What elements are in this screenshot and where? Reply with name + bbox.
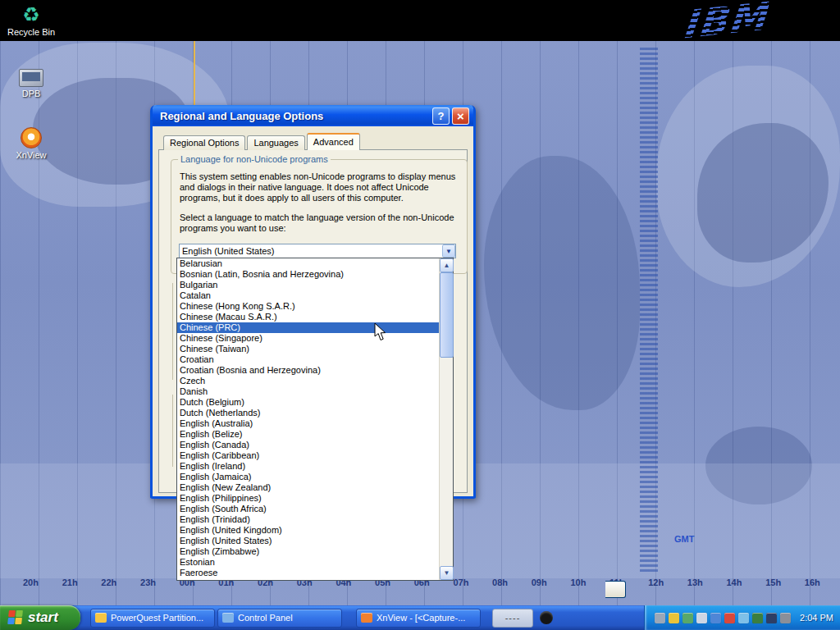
language-option[interactable]: Croatian (Bosnia and Herzegovina) [177,365,439,376]
usb-icon[interactable] [780,613,791,623]
dialog-title: Regional and Language Options [160,110,430,122]
recycle-bin-icon: ♻ [0,4,62,25]
map-region-decoration [705,427,812,504]
description-text: Select a language to match the language … [180,212,460,234]
help-button[interactable]: ? [432,107,450,125]
taskbar-button-label: XnView - [<Capture-... [377,613,465,623]
messenger-icon[interactable] [752,613,763,623]
language-option[interactable]: Chinese (Macau S.A.R.) [177,312,439,322]
chevron-down-icon[interactable]: ▼ [442,244,455,258]
timezone-label: 20h [23,578,39,587]
language-option[interactable]: English (Caribbean) [177,450,439,461]
desktop-icon-label: XnView [0,150,62,160]
antivirus-icon[interactable] [724,613,735,623]
map-region-decoration [484,156,640,410]
language-option[interactable]: Croatian [177,354,439,365]
language-option[interactable]: Dutch (Belgium) [177,397,439,408]
language-option[interactable]: Faeroese [177,568,439,578]
update-icon[interactable] [682,613,693,623]
map-region-decoration [697,123,829,262]
network-icon[interactable] [710,613,721,623]
remote-access-icon[interactable] [655,613,665,623]
map-region-decoration [656,66,840,287]
description-text: This system setting enables non-Unicode … [180,171,460,203]
tray-icon-area [655,613,791,623]
taskbar-toolbar-collapsed[interactable]: ---- [492,609,533,628]
timezone-label: 07h [453,578,468,587]
taskbar-button-powerquest[interactable]: PowerQuest Partition... [90,609,215,628]
language-option[interactable]: English (New Zealand) [177,482,439,493]
language-option[interactable]: Catalan [177,290,439,301]
timezone-label: 14h [726,578,742,587]
taskbar-button-label: Control Panel [238,613,293,623]
shield-icon[interactable] [669,613,679,623]
timezone-label: 09h [532,578,547,587]
taskbar-button-control[interactable]: Control Panel [217,609,342,628]
language-option[interactable]: English (Canada) [177,440,439,450]
language-option[interactable]: English (United Kingdom) [177,525,439,536]
time-indicator-line [194,41,195,107]
taskbar-button-area: PowerQuest Partition...Control PanelXnVi… [90,609,481,628]
laptop-icon [19,69,43,87]
taskbar: start PowerQuest Partition...Control Pan… [0,605,840,630]
language-option[interactable]: Chinese (Taiwan) [177,344,439,354]
system-tray: 2:04 PM [644,605,840,630]
desktop-icon-dpb[interactable]: DPB [0,69,62,98]
start-button[interactable]: start [0,605,80,630]
language-option[interactable]: Estonian [177,557,439,568]
language-option[interactable]: English (Philippines) [177,493,439,504]
sync-icon[interactable] [738,613,749,623]
timezone-label: 16h [805,578,820,587]
taskbar-clock: 2:04 PM [800,613,833,623]
list-scrollbar[interactable]: ▲ ▼ [439,258,453,580]
covered-groupbox-edge [172,395,173,467]
xnview-icon [361,613,372,623]
taskbar-button-label: PowerQuest Partition... [111,613,203,623]
desktop-icon-label: Recycle Bin [0,27,62,37]
language-option[interactable]: English (Ireland) [177,461,439,472]
language-option[interactable]: Chinese (Hong Kong S.A.R.) [177,301,439,312]
tab-languages[interactable]: Languages [247,135,304,150]
language-option[interactable]: Czech [177,376,439,386]
tab-regional-options[interactable]: Regional Options [163,135,245,150]
language-option[interactable]: English (Belize) [177,429,439,440]
scroll-down-icon[interactable]: ▼ [440,566,454,580]
taskbar-dark-icon[interactable] [540,611,553,624]
language-option[interactable]: Danish [177,386,439,397]
timezone-label: 12h [648,578,664,587]
scrollbar-thumb[interactable] [440,272,454,358]
close-button[interactable]: × [452,107,469,125]
desktop-icon-xnview[interactable]: XnView [0,127,62,160]
desktop-icon-recycle-bin[interactable]: ♻ Recycle Bin [0,4,62,37]
language-option[interactable]: Belarusian [177,258,439,269]
gmt-label: GMT [674,534,694,544]
combobox-value: English (United States) [180,246,442,256]
timezone-label: 21h [62,578,78,587]
dialog-title-bar[interactable]: Regional and Language Options ? × [153,105,473,126]
timezone-label: 08h [492,578,508,587]
language-option[interactable]: English (United States) [177,536,439,546]
language-option[interactable]: Chinese (Singapore) [177,333,439,344]
display-icon[interactable] [766,613,777,623]
volume-icon[interactable] [696,613,707,623]
mouse-cursor [374,322,392,342]
language-option[interactable]: English (Australia) [177,418,439,429]
language-option[interactable]: Bulgarian [177,280,439,290]
tab-strip: Regional OptionsLanguagesAdvanced [163,133,362,150]
language-option[interactable]: English (Jamaica) [177,472,439,482]
scroll-up-icon[interactable]: ▲ [440,258,454,272]
language-option[interactable]: Dutch (Netherlands) [177,408,439,418]
timezone-label: 22h [101,578,116,587]
timezone-label: 13h [687,578,703,587]
language-option[interactable]: Bosnian (Latin, Bosnia and Herzegovina) [177,269,439,280]
taskbar-button-xnview[interactable]: XnView - [<Capture-... [356,609,481,628]
covered-groupbox-edge [172,283,173,380]
language-option[interactable]: English (South Africa) [177,504,439,514]
date-line-hatch-decoration [640,48,658,573]
tab-advanced[interactable]: Advanced [307,133,360,150]
language-combobox[interactable]: English (United States) ▼ [179,244,456,258]
language-option[interactable]: English (Trinidad) [177,514,439,525]
language-option[interactable]: English (Zimbabwe) [177,546,439,557]
language-option[interactable]: Chinese (PRC) [177,322,439,333]
covered-dialog-button[interactable] [605,581,626,598]
